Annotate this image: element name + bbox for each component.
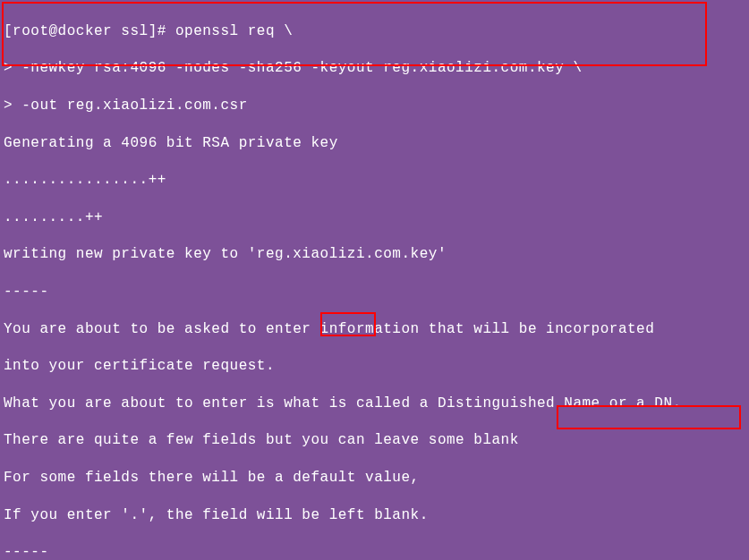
output-info-6: If you enter '.', the field will be left… [4,506,745,525]
output-divider-2: ----- [4,543,745,560]
output-info-4: There are quite a few fields but you can… [4,431,745,450]
output-writing-key: writing new private key to 'reg.xiaolizi… [4,245,745,264]
command-text: openssl req \ [175,23,293,39]
output-info-5: For some fields there will be a default … [4,469,745,488]
output-info-2: into your certificate request. [4,357,745,376]
command-prompt-line[interactable]: [root@docker ssl]# openssl req \ [4,22,745,41]
output-info-1: You are about to be asked to enter infor… [4,320,745,339]
terminal-output: [root@docker ssl]# openssl req \ > -newk… [4,4,745,560]
shell-prompt: [root@docker ssl]# [4,23,175,39]
output-divider-1: ----- [4,283,745,301]
command-continuation-2: > -out reg.xiaolizi.com.csr [4,97,745,115]
output-info-3: What you are about to enter is what is c… [4,395,745,413]
command-continuation-1: > -newkey rsa:4096 -nodes -sha256 -keyou… [4,59,745,78]
output-progress-1: ................++ [4,171,745,190]
output-progress-2: .........++ [4,208,745,227]
output-generating: Generating a 4096 bit RSA private key [4,134,745,153]
